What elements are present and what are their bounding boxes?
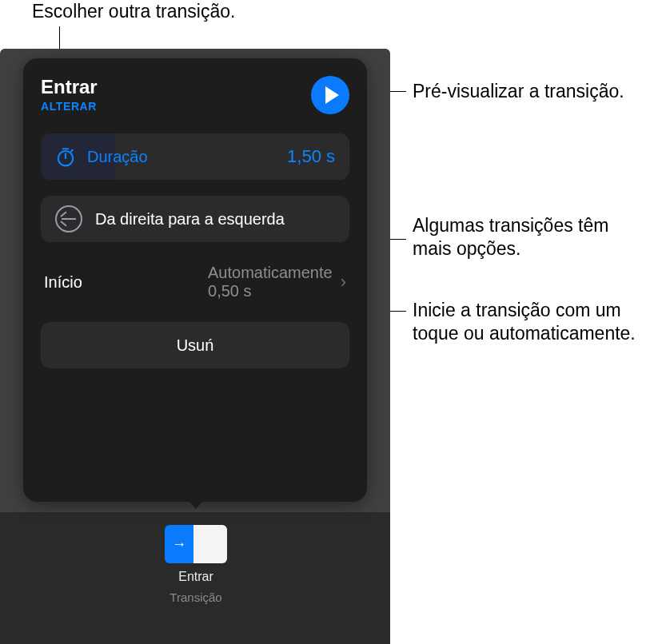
- popover-header-text: Entrar ALTERAR: [41, 76, 98, 113]
- device-frame: Entrar ALTERAR Duração: [0, 49, 390, 644]
- transition-chip[interactable]: → Entrar Transição: [140, 525, 252, 604]
- arrow-left-icon: [55, 205, 82, 233]
- transition-popover: Entrar ALTERAR Duração: [23, 58, 367, 502]
- transition-thumbnail: →: [165, 525, 227, 563]
- duration-value: 1,50 s: [287, 146, 335, 167]
- arrow-right-icon: →: [172, 536, 186, 553]
- direction-label: Da direita para a esquerda: [95, 210, 285, 229]
- popover-title: Entrar: [41, 76, 98, 98]
- chip-title: Entrar: [178, 570, 213, 584]
- chevron-right-icon: ›: [341, 272, 346, 292]
- start-mode: Automaticamente: [208, 264, 333, 282]
- timer-icon: [55, 146, 76, 167]
- delete-button[interactable]: Usuń: [41, 322, 349, 368]
- callout-more-options: Algumas transições têm mais opções.: [413, 214, 652, 261]
- svg-line-3: [71, 150, 73, 152]
- direction-control[interactable]: Da direita para a esquerda: [41, 196, 349, 242]
- callout-start: Inicie a transição com um toque ou autom…: [413, 299, 652, 346]
- chip-subtitle: Transição: [169, 590, 221, 604]
- duration-control[interactable]: Duração 1,50 s: [41, 133, 349, 180]
- duration-label: Duração: [87, 148, 148, 166]
- start-control[interactable]: Início Automaticamente 0,50 s ›: [41, 258, 349, 306]
- callout-choose-other: Escolher outra transição.: [32, 0, 320, 23]
- start-label: Início: [44, 273, 82, 292]
- callout-preview: Pré-visualizar a transição.: [413, 80, 644, 103]
- popover-tail: [185, 496, 207, 509]
- popover-header: Entrar ALTERAR: [41, 76, 349, 114]
- start-delay: 0,50 s: [208, 282, 251, 300]
- preview-play-button[interactable]: [311, 76, 349, 114]
- change-transition-button[interactable]: ALTERAR: [41, 100, 98, 113]
